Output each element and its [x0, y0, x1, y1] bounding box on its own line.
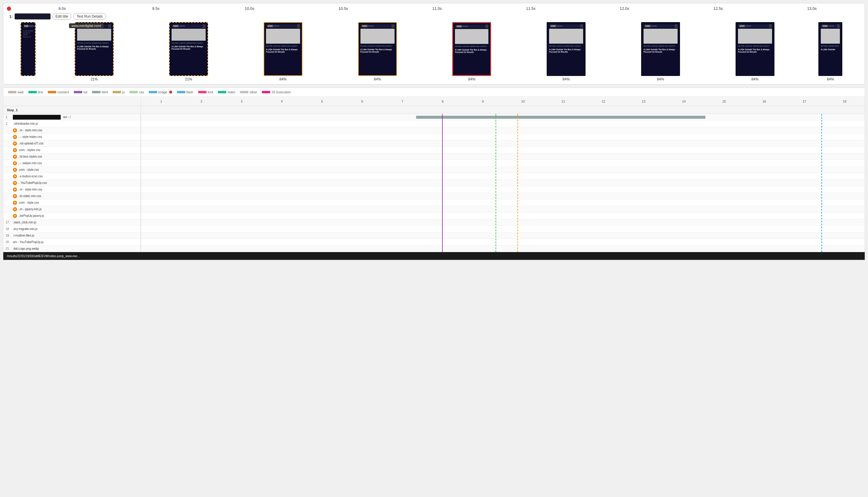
wf-tick-4: 4 — [262, 100, 302, 103]
row-num-19: 19. — [6, 234, 12, 237]
frame-8[interactable]: EWRDIGITAL WE ARE A DIGITAL MARKETING AG… — [613, 22, 708, 81]
row-filename-6: .com - styles.css — [18, 148, 40, 152]
row-filename-11: .. YouTubePopUp.css — [18, 181, 47, 185]
frame-logo-4: EWR DIGITAL — [266, 25, 300, 28]
row-icon-3: ✕ — [13, 128, 17, 132]
legend-label-html: html — [102, 90, 108, 94]
tick-11s: 11.0s — [390, 6, 484, 11]
tick-12s: 12.0s — [577, 6, 671, 11]
table-row: ✕ ..m - jquery.min.js — [3, 206, 141, 213]
bar-row-1: 6367 ms — [141, 114, 865, 120]
bottom-text: /results/22/01/19/DiDaME/EVM/video-jump_… — [7, 255, 79, 258]
row-filename-1: om - / — [63, 115, 71, 119]
frame-thumb-6: EWR DIGITAL WE ARE A DIGITAL MARKETING A… — [452, 22, 491, 76]
row-left-10: ✕ ..e-button-icon.css — [3, 173, 141, 180]
row-left-5: ✕ ..nd-upload-cf7.css — [3, 140, 141, 147]
legend-font: font — [198, 90, 213, 94]
legend-video: video — [218, 90, 235, 94]
red-dot-indicator — [7, 6, 11, 11]
legend-label-jsexec: JS Execution — [271, 90, 291, 94]
row-icon-14: ✕ — [13, 201, 17, 205]
wf-tick-7: 7 — [382, 100, 423, 103]
table-row: ✕ .. YouTubePopUp.css — [3, 180, 141, 186]
table-row: ✕ ..ht-box-styles.css — [3, 153, 141, 160]
waterfall-right-panel: 1 2 3 4 5 6 7 8 9 10 11 12 13 14 15 16 1… — [141, 97, 865, 252]
frame-3[interactable]: EWR DIGITAL WE ARE A DIGITAL MARKETING A… — [141, 22, 236, 81]
table-row: ✕ .com - style.css — [3, 199, 141, 206]
table-row: ✕ ..nd-upload-cf7.css — [3, 140, 141, 147]
row-num-18: 18. — [6, 227, 12, 230]
frame-thumb-2: EWR DIGITAL WE ARE A DIGITAL MARKETING A… — [75, 22, 114, 76]
tick-9-5s: 9.5s — [109, 6, 203, 11]
frame-4[interactable]: EWR DIGITAL WE ARE A DIGITAL MARKETING A… — [236, 22, 330, 81]
bar-row-6: 255 ms — [141, 147, 865, 153]
legend-color-dns — [28, 91, 37, 93]
frame-1[interactable]: EWR DIGITAL A Little Outside The Box & A… — [9, 22, 47, 81]
row-filename-9: .com - style.css — [18, 168, 39, 171]
legend-label-js: js — [122, 90, 125, 94]
legend-jsexec: JS Execution — [262, 90, 291, 94]
bar-row-13: 700 ms — [141, 193, 865, 199]
bar-row-18: 246 ms — [141, 226, 865, 232]
row-icon-9: ✕ — [13, 168, 17, 172]
filmstrip-container: 9.0s 9.5s 10.0s 10.5s 11.0s 11.5s 12.0s … — [3, 3, 865, 85]
frame-5[interactable]: EWR DIGITAL WE ARE A DIGITAL MARKETING A… — [330, 22, 425, 81]
legend-label-image: image — [158, 90, 168, 94]
bar-row-8: 257 ms — [141, 160, 865, 167]
row-filename-14: .com - style.css — [18, 201, 39, 204]
frame-2[interactable]: EWR DIGITAL WE ARE A DIGITAL MARKETING A… — [47, 22, 141, 81]
legend-label-video: video — [228, 90, 235, 94]
row-filename-20: om - YouTubePopUp.js — [13, 240, 43, 244]
row-filename-5: ..nd-upload-cf7.css — [18, 142, 44, 145]
row-icon-15: ✕ — [13, 207, 17, 211]
url-tooltip: www.ewrdigital.com/ — [69, 23, 104, 28]
frame-percent-3: 21% — [185, 77, 192, 81]
bar-row-20: 242 ms — [141, 239, 865, 245]
table-row: ✕ .com - style.css — [3, 167, 141, 173]
frame-thumb-9: EWRDIGITAL WE ARE A DIGITAL MARKETING AG… — [736, 22, 775, 76]
legend-css: css — [129, 90, 144, 94]
row-icon-10: ✕ — [13, 174, 17, 179]
table-row: ✕ ..– style-index.css — [3, 134, 141, 140]
row-left-14: ✕ .com - style.css — [3, 199, 141, 206]
frame-9[interactable]: EWRDIGITAL WE ARE A DIGITAL MARKETING AG… — [708, 22, 802, 81]
table-row: 17. .stant_click.min.js — [3, 219, 141, 226]
track-number: 1: — [9, 14, 13, 19]
edit-title-button[interactable]: Edit title — [52, 13, 72, 20]
legend-dns: dns — [28, 90, 43, 94]
row-left-13: ✕ ..le-static.min.css — [3, 193, 141, 199]
frame-percent-7: 84% — [563, 77, 570, 81]
row-filename-8: ..– swiper.min.css — [18, 161, 42, 165]
legend-color-flash — [177, 91, 185, 93]
wf-tick-1: 1 — [141, 100, 182, 103]
frame-percent-9: 84% — [751, 77, 758, 81]
frame-percent-6: 84% — [468, 77, 475, 81]
frame-6[interactable]: EWR DIGITAL WE ARE A DIGITAL MARKETING A… — [424, 22, 519, 81]
test-run-details-button[interactable]: Test Run Details — [73, 13, 106, 20]
legend-other: other — [240, 90, 257, 94]
wf-tick-10: 10 — [503, 100, 544, 103]
waterfall-right-header: 1 2 3 4 5 6 7 8 9 10 11 12 13 14 15 16 1… — [141, 97, 865, 106]
wf-tick-14: 14 — [664, 100, 704, 103]
bar-row-17: 244 ms — [141, 219, 865, 226]
frame-logo-3: EWR DIGITAL — [172, 25, 206, 28]
frame-10[interactable]: EWRDIGITAL WE ARE A MARKETING A Little O… — [802, 22, 859, 81]
legend-label-css: css — [139, 90, 144, 94]
row-icon-6: ✕ — [13, 148, 17, 152]
frame-logo-6: EWR DIGITAL — [455, 25, 488, 28]
track-row: 1: Edit title Test Run Details www.ewrdi… — [3, 13, 865, 20]
bar-row-9: 254 ms — [141, 167, 865, 173]
row-icon-12: ✕ — [13, 187, 17, 192]
frame-7[interactable]: EWRDIGITAL WE ARE A DIGITAL MARKETING AG… — [519, 22, 613, 81]
frame-percent-4: 84% — [279, 77, 287, 81]
tick-9s: 9.0s — [15, 6, 109, 11]
frame-logo-5: EWR DIGITAL — [360, 25, 394, 28]
table-row: 21. .ital-Logo.png.webp — [3, 245, 141, 252]
waterfall-legend: wait dns connect ssl html js css image — [3, 88, 865, 97]
bar-row-7: 254 ms — [141, 153, 865, 160]
step-header-right — [141, 106, 865, 114]
row-icon-5: ✕ — [13, 141, 17, 146]
frame-thumb-3: EWR DIGITAL WE ARE A DIGITAL MARKETING A… — [169, 22, 208, 76]
row-filename-4: ..– style-index.css — [18, 135, 42, 139]
row-left-2: 2. ..bfontloader.min.js — [3, 120, 141, 127]
